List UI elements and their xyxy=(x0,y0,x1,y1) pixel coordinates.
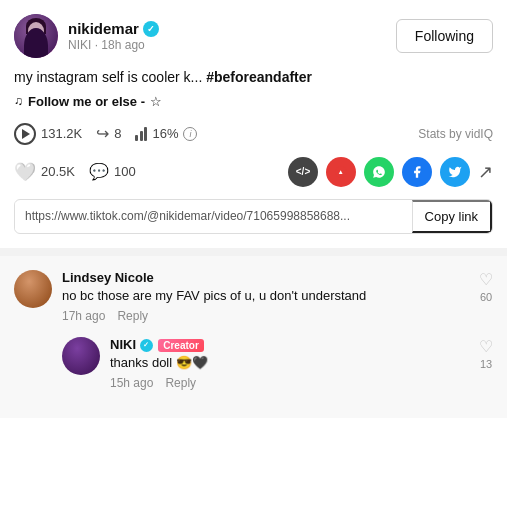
play-stat: 131.2K xyxy=(14,123,82,145)
comment-like: ♡ 13 xyxy=(479,337,493,390)
play-triangle-icon xyxy=(22,129,30,139)
follow-button[interactable]: Following xyxy=(396,19,493,53)
comment-item: Lindsey Nicole no bc those are my FAV pi… xyxy=(14,270,493,323)
info-icon[interactable]: i xyxy=(183,127,197,141)
username-row: nikidemar ✓ xyxy=(68,20,159,37)
comment-reaction: 💬 100 xyxy=(89,162,136,181)
music-icon: ♫ xyxy=(14,94,23,108)
post-container: nikidemar ✓ NIKI · 18h ago Following my … xyxy=(0,0,507,248)
commenter-avatar[interactable] xyxy=(14,270,52,308)
reactions-row: 🤍 20.5K 💬 100 </> ▲ ↗ xyxy=(14,157,493,187)
verified-small-icon: ✓ xyxy=(140,339,153,352)
comment-item: NIKI ✓ Creator thanks doll 😎🖤 15h ago Re… xyxy=(62,337,493,390)
bar-chart-icon xyxy=(135,127,147,141)
commenter-avatar[interactable] xyxy=(62,337,100,375)
stats-row: 131.2K ↪ 8 16% i Stats by vidIQ xyxy=(14,123,493,145)
embed-button[interactable]: </> xyxy=(288,157,318,187)
comment-count: 100 xyxy=(114,164,136,179)
comment-like: ♡ 60 xyxy=(479,270,493,323)
comment-meta: 17h ago Reply xyxy=(62,309,469,323)
section-divider xyxy=(0,248,507,256)
svg-text:▲: ▲ xyxy=(338,168,344,175)
comments-section: Lindsey Nicole no bc those are my FAV pi… xyxy=(0,256,507,418)
post-music: ♫ Follow me or else - ☆ xyxy=(14,94,493,109)
reply-button[interactable]: Reply xyxy=(165,376,196,390)
comment-body: Lindsey Nicole no bc those are my FAV pi… xyxy=(62,270,469,323)
like-count: 20.5K xyxy=(41,164,75,179)
creator-badge: Creator xyxy=(158,339,204,352)
comment-time: 17h ago xyxy=(62,309,105,323)
copy-link-button[interactable]: Copy link xyxy=(412,200,492,233)
share-icons-row: </> ▲ ↗ xyxy=(288,157,493,187)
twitter-button[interactable] xyxy=(440,157,470,187)
nested-comment-container: NIKI ✓ Creator thanks doll 😎🖤 15h ago Re… xyxy=(62,337,493,390)
share-arrow-icon: ↪ xyxy=(96,124,109,143)
stats-percent: 16% xyxy=(152,126,178,141)
comment-text: no bc those are my FAV pics of u, u don'… xyxy=(62,287,469,305)
commenter-name: NIKI ✓ Creator xyxy=(110,337,469,352)
user-meta: NIKI · 18h ago xyxy=(68,38,159,52)
user-info: nikidemar ✓ NIKI · 18h ago xyxy=(14,14,159,58)
like-heart-icon[interactable]: ♡ xyxy=(479,337,493,356)
commenter-name: Lindsey Nicole xyxy=(62,270,469,285)
star-icon: ☆ xyxy=(150,94,162,109)
like-heart-icon[interactable]: ♡ xyxy=(479,270,493,289)
like-count: 60 xyxy=(480,291,492,303)
play-count: 131.2K xyxy=(41,126,82,141)
comment-time: 15h ago xyxy=(110,376,153,390)
bar-chart-stat: 16% i xyxy=(135,126,197,141)
avatar[interactable] xyxy=(14,14,58,58)
music-text: Follow me or else - xyxy=(28,94,145,109)
verified-icon: ✓ xyxy=(143,21,159,37)
comment-bubble-icon[interactable]: 💬 xyxy=(89,162,109,181)
reddit-button[interactable]: ▲ xyxy=(326,157,356,187)
share-stat: ↪ 8 xyxy=(96,124,121,143)
user-details: nikidemar ✓ NIKI · 18h ago xyxy=(68,20,159,52)
heart-icon[interactable]: 🤍 xyxy=(14,161,36,183)
like-reaction: 🤍 20.5K xyxy=(14,161,75,183)
like-count: 13 xyxy=(480,358,492,370)
link-row: https://www.tiktok.com/@nikidemar/video/… xyxy=(14,199,493,234)
stats-by-vidiq: Stats by vidIQ xyxy=(418,127,493,141)
comment-text: thanks doll 😎🖤 xyxy=(110,354,469,372)
comment-body: NIKI ✓ Creator thanks doll 😎🖤 15h ago Re… xyxy=(110,337,469,390)
hashtag[interactable]: #beforeandafter xyxy=(206,69,312,85)
username[interactable]: nikidemar xyxy=(68,20,139,37)
facebook-button[interactable] xyxy=(402,157,432,187)
reply-button[interactable]: Reply xyxy=(117,309,148,323)
stats-label: Stats by vidIQ xyxy=(418,127,493,141)
comment-meta: 15h ago Reply xyxy=(110,376,469,390)
link-text: https://www.tiktok.com/@nikidemar/video/… xyxy=(15,202,412,230)
post-header: nikidemar ✓ NIKI · 18h ago Following xyxy=(14,14,493,58)
post-caption: my instagram self is cooler k... #before… xyxy=(14,68,493,88)
share-count: 8 xyxy=(114,126,121,141)
whatsapp-button[interactable] xyxy=(364,157,394,187)
more-share-icon[interactable]: ↗ xyxy=(478,161,493,183)
play-button[interactable] xyxy=(14,123,36,145)
